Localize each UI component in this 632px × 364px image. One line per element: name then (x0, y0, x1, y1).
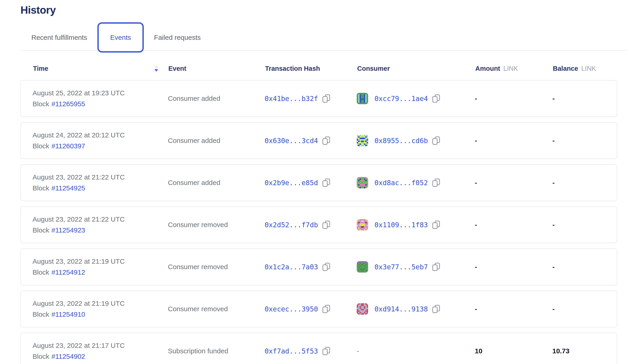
amount-unit-label: LINK (504, 65, 518, 72)
event-type: Consumer added (168, 137, 264, 144)
consumer-cell: 0x8955...cd6b (357, 135, 475, 146)
time-cell: August 23, 2022 at 21:22 UTC Block#11254… (32, 216, 168, 234)
block-line: Block#11254902 (32, 352, 168, 360)
balance-value: - (552, 263, 617, 271)
block-number-link[interactable]: #11254912 (52, 268, 85, 276)
column-header-transaction-hash: Transaction Hash (265, 65, 357, 72)
consumer-avatar (357, 93, 368, 104)
transaction-hash-link[interactable]: 0xf7ad...5f53 (264, 347, 318, 355)
consumer-avatar (357, 261, 368, 272)
column-header-time[interactable]: Time (33, 65, 168, 72)
time-cell: August 23, 2022 at 21:19 UTC Block#11254… (32, 300, 168, 318)
block-line: Block#11254925 (32, 184, 168, 192)
block-number-link[interactable]: #11254910 (52, 310, 85, 318)
block-number-link[interactable]: #11265955 (52, 100, 85, 108)
consumer-address-link[interactable]: 0x8955...cd6b (374, 137, 428, 145)
event-type: Subscription funded (168, 347, 264, 355)
block-line: Block#11254923 (32, 226, 168, 234)
column-header-amount: Amount LINK (475, 65, 553, 72)
time-cell: August 24, 2022 at 20:12 UTC Block#11260… (32, 131, 168, 150)
row-timestamp: August 23, 2022 at 21:22 UTC (32, 173, 168, 181)
block-label: Block (32, 268, 49, 276)
block-label: Block (32, 100, 49, 108)
table-header: Time Event Transaction Hash Consumer Amo… (20, 60, 617, 78)
consumer-avatar (357, 219, 368, 230)
balance-value: - (552, 305, 617, 313)
consumer-avatar (357, 135, 368, 146)
block-number-link[interactable]: #11254902 (52, 352, 85, 360)
transaction-hash-cell: 0xf7ad...5f53 (264, 346, 357, 356)
tab-recent-fulfillments[interactable]: Recent fulfillments (32, 34, 87, 42)
copy-icon[interactable] (322, 220, 330, 230)
row-timestamp: August 25, 2022 at 19:23 UTC (32, 89, 168, 97)
table-rows: August 25, 2022 at 19:23 UTC Block#11265… (20, 80, 632, 364)
table-row: August 24, 2022 at 20:12 UTC Block#11260… (20, 122, 617, 159)
consumer-address-link[interactable]: 0xd8ac...f052 (374, 179, 428, 187)
block-label: Block (32, 310, 49, 318)
block-line: Block#11265955 (32, 100, 168, 108)
amount-value: - (475, 263, 552, 271)
amount-value: - (475, 221, 552, 229)
amount-value: - (475, 95, 552, 102)
copy-icon[interactable] (432, 94, 440, 103)
time-cell: August 23, 2022 at 21:22 UTC Block#11254… (32, 173, 168, 192)
tab-events[interactable]: Events (97, 22, 144, 52)
tab-failed-requests[interactable]: Failed requests (154, 34, 201, 42)
copy-icon[interactable] (322, 262, 330, 272)
column-header-balance: Balance LINK (553, 65, 617, 72)
time-cell: August 23, 2022 at 21:17 UTC Block#11254… (32, 342, 168, 360)
amount-value: - (475, 305, 552, 313)
copy-icon[interactable] (322, 346, 330, 356)
row-timestamp: August 24, 2022 at 20:12 UTC (32, 131, 168, 139)
copy-icon[interactable] (432, 136, 440, 145)
transaction-hash-link[interactable]: 0xecec...3950 (264, 305, 318, 313)
block-label: Block (32, 142, 49, 150)
block-line: Block#11254912 (32, 268, 168, 276)
block-label: Block (32, 226, 49, 234)
copy-icon[interactable] (432, 220, 440, 230)
history-panel: History Recent fulfillments Events Faile… (0, 0, 632, 364)
copy-icon[interactable] (322, 178, 330, 188)
page-title: History (20, 3, 632, 17)
table-row: August 23, 2022 at 21:17 UTC Block#11254… (20, 332, 617, 364)
transaction-hash-link[interactable]: 0x2d52...f7db (264, 221, 318, 229)
consumer-address-link[interactable]: 0xd914...9138 (374, 305, 428, 313)
column-header-event: Event (168, 65, 265, 72)
consumer-address-link[interactable]: 0xcc79...1ae4 (374, 95, 428, 102)
balance-value: 10.73 (552, 347, 617, 355)
amount-value: 10 (475, 347, 552, 355)
copy-icon[interactable] (432, 178, 440, 188)
copy-icon[interactable] (432, 262, 440, 272)
consumer-cell: 0x1109...1f83 (357, 219, 475, 230)
transaction-hash-link[interactable]: 0x1c2a...7a03 (264, 263, 318, 271)
table-row: August 23, 2022 at 21:22 UTC Block#11254… (20, 206, 617, 243)
event-type: Consumer added (168, 179, 264, 186)
consumer-cell: - (357, 347, 475, 355)
transaction-hash-link[interactable]: 0x41be...b32f (264, 95, 318, 102)
event-type: Consumer removed (168, 263, 264, 271)
transaction-hash-link[interactable]: 0x630e...3cd4 (264, 137, 318, 145)
copy-icon[interactable] (432, 304, 440, 314)
block-number-link[interactable]: #11260397 (52, 142, 85, 150)
time-cell: August 23, 2022 at 21:19 UTC Block#11254… (32, 258, 168, 276)
copy-icon[interactable] (322, 94, 330, 103)
consumer-address-link[interactable]: - (357, 347, 359, 355)
amount-value: - (475, 137, 552, 144)
balance-value: - (552, 221, 617, 229)
copy-icon[interactable] (322, 304, 330, 314)
consumer-avatar (357, 177, 368, 188)
consumer-address-link[interactable]: 0x3e77...5eb7 (374, 263, 428, 271)
block-number-link[interactable]: #11254925 (52, 184, 85, 192)
copy-icon[interactable] (322, 136, 330, 145)
amount-value: - (475, 179, 552, 186)
table-row: August 23, 2022 at 21:22 UTC Block#11254… (20, 164, 617, 201)
transaction-hash-cell: 0x2b9e...e85d (264, 178, 357, 188)
consumer-address-link[interactable]: 0x1109...1f83 (374, 221, 428, 229)
block-line: Block#11254910 (32, 310, 168, 318)
sort-descending-icon[interactable] (154, 65, 158, 72)
consumer-cell: 0xd914...9138 (357, 303, 475, 315)
transaction-hash-link[interactable]: 0x2b9e...e85d (264, 179, 318, 187)
balance-value: - (552, 137, 617, 144)
balance-unit-label: LINK (581, 65, 596, 72)
block-number-link[interactable]: #11254923 (52, 226, 85, 234)
